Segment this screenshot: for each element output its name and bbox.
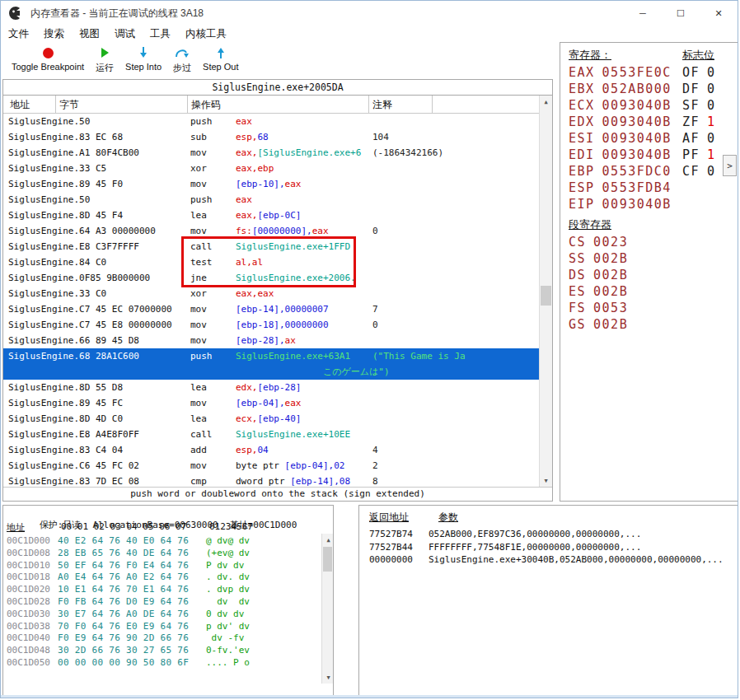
disasm-operands: eax,ebp xyxy=(236,161,370,176)
flag-row[interactable]: SF0 xyxy=(682,97,716,114)
maximize-button[interactable]: ☐ xyxy=(662,1,700,26)
disasm-line[interactable]: SiglusEngine.64 A3 00000000 mov fs:[0000… xyxy=(3,223,539,239)
register-name: EAX xyxy=(569,65,595,80)
scroll-up-icon[interactable]: ▲ xyxy=(322,534,335,546)
step-out-button[interactable]: Step Out xyxy=(197,43,244,74)
disasm-line[interactable]: SiglusEngine.A1 80F4CB00 mov eax,[Siglus… xyxy=(3,145,539,161)
disasm-mnemonic: add xyxy=(186,442,236,458)
dump-row[interactable]: 00C1D040 F0 E9 64 76 90 2D 66 76 dv -fv xyxy=(3,632,321,645)
segment-register-row[interactable]: FS0053 xyxy=(569,300,628,316)
disasm-operands: SiglusEngine.exe+2006. xyxy=(236,270,370,286)
stack-row[interactable]: 77527B74 052AB000,EF897C36,00000000,0000… xyxy=(359,528,738,541)
menu-item[interactable]: 调试 xyxy=(107,27,143,41)
run-button[interactable]: 运行 xyxy=(90,43,119,77)
flag-row[interactable]: AF0 xyxy=(682,130,716,147)
disasm-line[interactable]: SiglusEngine.E8 C3F7FFFF call SiglusEngi… xyxy=(3,239,539,254)
register-row[interactable]: EDX0093040B xyxy=(569,114,672,130)
register-row[interactable]: ESP0553FDB4 xyxy=(569,180,672,196)
menu-item[interactable]: 视图 xyxy=(72,27,107,41)
menu-item[interactable]: 搜索 xyxy=(36,27,72,41)
menu-item[interactable]: 内核工具 xyxy=(178,27,234,41)
register-row[interactable]: EBX052AB000 xyxy=(569,81,672,97)
flag-name: OF xyxy=(682,65,700,80)
register-row[interactable]: EBP0553FDC0 xyxy=(569,163,672,180)
registers-expand-button[interactable]: > xyxy=(723,155,737,176)
disasm-line[interactable]: SiglusEngine.8D 4D C0 lea ecx,[ebp-40] xyxy=(3,411,539,427)
flags-list: OF0 DF0 SF0 ZF1 AF0 PF1 CF0 xyxy=(682,64,716,180)
column-comment: 注释 xyxy=(372,98,392,112)
dump-scroll-thumb[interactable] xyxy=(323,547,332,572)
dump-row[interactable]: 00C1D038 70 F0 64 76 E0 E9 64 76 p dv' d… xyxy=(3,621,321,633)
dump-row[interactable]: 00C1D018 A0 E4 64 76 A0 E2 64 76 . dv. d… xyxy=(3,572,321,584)
minimize-button[interactable]: ─ xyxy=(624,1,662,26)
disasm-scroll-thumb[interactable] xyxy=(541,286,551,306)
disasm-line[interactable]: SiglusEngine.8D 45 F4 lea eax,[ebp-0C] xyxy=(3,208,539,223)
toggle-breakpoint-button[interactable]: Toggle Breakpoint xyxy=(6,43,90,74)
flag-row[interactable]: OF0 xyxy=(682,64,716,81)
scroll-up-icon[interactable]: ▲ xyxy=(540,96,552,108)
disasm-scrollbar[interactable]: ▲ ▼ xyxy=(539,96,552,487)
disasm-line[interactable]: SiglusEngine.33 C0 xor eax,eax xyxy=(3,286,539,301)
disasm-line[interactable]: SiglusEngine.0F85 9B000000 jne SiglusEng… xyxy=(3,270,539,286)
disasm-line[interactable]: SiglusEngine.8D 55 D8 lea edx,[ebp-28] xyxy=(3,380,539,395)
stack-row[interactable]: 00000000 SiglusEngine.exe+30040B,052AB00… xyxy=(359,553,738,567)
disasm-line[interactable]: SiglusEngine.66 89 45 D8 mov [ebp-28],ax xyxy=(3,333,539,348)
register-name: EDX xyxy=(569,114,595,129)
dump-row[interactable]: 00C1D008 28 EB 65 76 40 DE 64 76 (+ev@ d… xyxy=(3,548,321,560)
disasm-comment xyxy=(370,380,539,395)
disasm-line[interactable]: SiglusEngine.84 C0 test al,al xyxy=(3,254,539,270)
disasm-address-header[interactable]: SiglusEngine.exe+2005DA xyxy=(3,80,552,96)
disasm-line[interactable]: SiglusEngine.C7 45 E8 00000000 mov [ebp-… xyxy=(3,317,539,333)
register-row[interactable]: ECX0093040B xyxy=(569,97,672,114)
menu-item[interactable]: 文件 xyxy=(1,27,36,41)
segment-register-row[interactable]: ES002B xyxy=(569,283,628,300)
dump-row[interactable]: 00C1D030 30 E7 64 76 A0 DE 64 76 0 dv dv xyxy=(3,609,321,621)
column-opcode: 操作码 xyxy=(191,98,221,112)
disasm-line[interactable]: SiglusEngine.C7 45 EC 07000000 mov [ebp-… xyxy=(3,301,539,317)
disasm-operands: ecx,[ebp-40] xyxy=(236,411,370,427)
register-row[interactable]: EAX0553FE0C xyxy=(569,64,672,81)
disasm-line[interactable]: SiglusEngine.C6 45 FC 02 mov byte ptr [e… xyxy=(3,458,539,474)
dump-scrollbar[interactable]: ▲ ▼ xyxy=(321,534,333,684)
disasm-operands: SiglusEngine.exe+10EE xyxy=(236,427,370,442)
disasm-mnemonic: call xyxy=(186,427,236,442)
register-row[interactable]: ESI0093040B xyxy=(569,130,672,147)
dump-bytes: F0 E9 64 76 90 2D 66 76 xyxy=(58,632,206,645)
close-button[interactable]: ✕ xyxy=(700,1,738,26)
disasm-line[interactable]: SiglusEngine.89 45 FC mov [ebp-04],eax xyxy=(3,395,539,411)
disasm-line[interactable]: SiglusEngine.89 45 F0 mov [ebp-10],eax xyxy=(3,176,539,192)
flag-row[interactable]: DF0 xyxy=(682,81,716,97)
register-row[interactable]: EDI0093040B xyxy=(569,147,672,163)
dump-row[interactable]: 00C1D048 30 2D 66 76 30 27 65 76 0-fv.'e… xyxy=(3,645,321,657)
disasm-line[interactable]: SiglusEngine.33 C5 xor eax,ebp xyxy=(3,161,539,176)
segment-register-row[interactable]: GS002B xyxy=(569,316,628,333)
disasm-line[interactable]: SiglusEngine.83 7D EC 08 cmp dword ptr [… xyxy=(3,474,539,487)
dump-row[interactable]: 00C1D050 00 00 00 00 90 50 80 6F .... P … xyxy=(3,657,321,670)
disasm-line[interactable]: SiglusEngine.68 28A1C600 push SiglusEngi… xyxy=(3,348,539,364)
dump-row[interactable]: 00C1D000 40 E2 64 76 40 E0 64 76 @ dv@ d… xyxy=(3,535,321,548)
disasm-line[interactable]: SiglusEngine.83 EC 68 sub esp,68 104 xyxy=(3,129,539,145)
disasm-line[interactable]: SiglusEngine.50 push eax xyxy=(3,192,539,208)
disasm-line[interactable]: SiglusEngine.50 push eax xyxy=(3,114,539,129)
segment-register-row[interactable]: DS002B xyxy=(569,267,628,283)
segment-name: SS xyxy=(569,251,586,266)
dump-row[interactable]: 00C1D020 10 E1 64 76 70 E1 64 76 . dvp d… xyxy=(3,584,321,596)
flag-row[interactable]: PF1 xyxy=(682,147,716,163)
flag-row[interactable]: ZF1 xyxy=(682,114,716,130)
menu-item[interactable]: 工具 xyxy=(143,27,178,41)
scroll-down-icon[interactable]: ▼ xyxy=(322,671,335,684)
dump-row[interactable]: 00C1D028 F0 FB 64 76 D0 E9 64 76 dv dv xyxy=(3,596,321,609)
flag-row[interactable]: CF0 xyxy=(682,163,716,180)
disasm-line[interactable]: このゲームは") xyxy=(3,364,539,380)
register-row[interactable]: EIP0093040B xyxy=(569,196,672,212)
segment-register-row[interactable]: CS0023 xyxy=(569,234,628,250)
disasm-line[interactable]: SiglusEngine.E8 A4E8F0FF call SiglusEngi… xyxy=(3,427,539,442)
disasm-address-bytes: SiglusEngine.68 28A1C600 xyxy=(3,348,186,364)
step-into-button[interactable]: Step Into xyxy=(119,43,167,74)
step-over-button[interactable]: 步过 xyxy=(167,43,197,77)
dump-row[interactable]: 00C1D010 50 EF 64 76 F0 E4 64 76 P dv dv xyxy=(3,560,321,572)
disasm-line[interactable]: SiglusEngine.83 C4 04 add esp,04 4 xyxy=(3,442,539,458)
scroll-down-icon[interactable]: ▼ xyxy=(540,474,552,487)
stack-row[interactable]: 77527B44 FFFFFFFF,77548F1E,00000000,0000… xyxy=(359,541,738,554)
segment-register-row[interactable]: SS002B xyxy=(569,250,628,267)
